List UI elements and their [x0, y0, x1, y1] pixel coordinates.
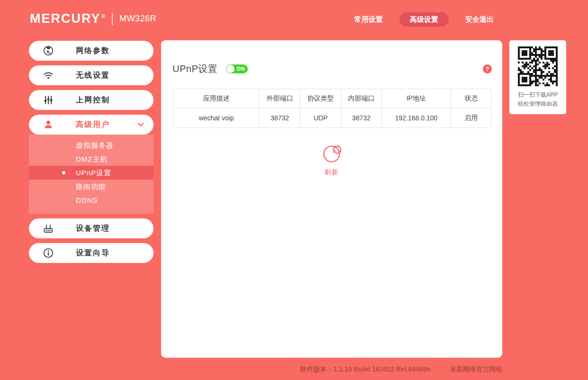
col-header-external-port: 外部端口	[260, 89, 300, 109]
page-title: UPnP设置	[172, 63, 217, 75]
cell-ip-address: 192.168.0.100	[382, 109, 451, 128]
refresh-button[interactable]: 刷新	[161, 145, 502, 177]
table-header-row: 应用描述 外部端口 协议类型 内部端口 IP地址 状态	[173, 89, 492, 109]
sidebar-item-label: 设置向导	[76, 248, 110, 258]
sidebar-item-label: 网络参数	[76, 46, 110, 56]
content-panel: UPnP设置 ON ? 应用描述 外部端口 协议类型 内部端口 IP地址 状态 …	[161, 40, 502, 358]
submenu-item-label: 虚拟服务器	[76, 141, 114, 149]
submenu-item-ddns[interactable]: DDNS	[29, 193, 154, 207]
sidebar-item-wireless-settings[interactable]: 无线设置	[29, 65, 154, 85]
submenu-item-label: DDNS	[76, 196, 98, 204]
sidebar-item-advanced-users[interactable]: 高级用户	[29, 115, 154, 135]
sidebar-item-device-management[interactable]: 设备管理	[29, 218, 154, 238]
cell-app-description: wechat voip	[173, 109, 260, 128]
submenu-item-virtual-server[interactable]: 虚拟服务器	[29, 138, 154, 152]
logo-divider	[112, 13, 113, 25]
active-bullet	[62, 171, 65, 174]
submenu-item-label: DMZ主机	[76, 155, 108, 163]
submenu-item-dmz-host[interactable]: DMZ主机	[29, 152, 154, 166]
sidebar-item-setup-wizard[interactable]: 设置向导	[29, 243, 154, 263]
router-model: MW326R	[119, 14, 156, 24]
sidebar-item-parental-control[interactable]: 上网控制	[29, 90, 154, 110]
upnp-toggle[interactable]: ON	[226, 64, 248, 73]
col-header-app-description: 应用描述	[173, 89, 260, 109]
refresh-label: 刷新	[325, 168, 339, 177]
cell-protocol-type: UDP	[300, 109, 341, 128]
sidebar-item-label: 高级用户	[76, 120, 110, 130]
submenu-item-upnp-settings[interactable]: UPnP设置	[29, 166, 154, 180]
cell-external-port: 38732	[260, 109, 300, 128]
app-download-panel: 扫一扫下载APP 轻松管理路由器	[509, 40, 566, 114]
nav-safe-logout[interactable]: 安全退出	[465, 12, 494, 27]
table-row: wechat voip 38732 UDP 38732 192.168.0.10…	[173, 109, 492, 128]
col-header-ip-address: IP地址	[382, 89, 451, 109]
firmware-version: 软件版本：1.1.10 Build 161012 Rel.69469n	[300, 365, 431, 374]
upnp-mapping-table: 应用描述 外部端口 协议类型 内部端口 IP地址 状态 wechat voip …	[173, 89, 492, 128]
toggle-state-label: ON	[236, 64, 245, 73]
info-icon	[43, 247, 54, 259]
sidebar-item-label: 设备管理	[76, 224, 110, 234]
col-header-status: 状态	[451, 89, 492, 109]
top-navigation: 常用设置 高级设置 安全退出	[354, 12, 494, 27]
help-icon[interactable]: ?	[483, 64, 492, 73]
globe-icon	[43, 45, 54, 56]
sidebar-item-network-params[interactable]: 网络参数	[29, 41, 154, 61]
sidebar-item-label: 无线设置	[76, 71, 110, 81]
brand-logo: MERCURY® MW326R	[30, 11, 156, 26]
registered-mark: ®	[102, 14, 106, 19]
chevron-down-icon	[137, 121, 145, 128]
nav-advanced-settings[interactable]: 高级设置	[399, 12, 449, 27]
wifi-icon	[43, 70, 54, 81]
user-icon	[43, 119, 54, 130]
sliders-icon	[43, 94, 54, 106]
footer: 软件版本：1.1.10 Build 161012 Rel.69469n 水星网络…	[161, 365, 503, 374]
submenu-item-routing-function[interactable]: 路由功能	[29, 180, 154, 193]
qr-caption-line2: 轻松管理路由器	[514, 100, 562, 109]
qr-code	[518, 46, 558, 86]
brand-logo-text: MERCURY®	[30, 11, 106, 26]
sidebar: 网络参数 无线设置 上网控制	[29, 41, 154, 268]
refresh-icon	[322, 145, 341, 165]
submenu-item-label: 路由功能	[76, 182, 106, 190]
sidebar-item-label: 上网控制	[76, 95, 110, 105]
official-site-link[interactable]: 水星网络官方网站	[450, 365, 503, 374]
cell-status: 启用	[451, 109, 492, 128]
qr-caption-line1: 扫一扫下载APP	[514, 90, 562, 100]
cell-internal-port: 38732	[341, 109, 382, 128]
col-header-protocol-type: 协议类型	[300, 89, 341, 109]
advanced-users-submenu: 虚拟服务器 DMZ主机 UPnP设置 路由功能 DDNS	[29, 135, 154, 214]
router-icon	[43, 223, 54, 234]
toggle-knob	[226, 65, 235, 73]
submenu-item-label: UPnP设置	[76, 169, 111, 177]
nav-common-settings[interactable]: 常用设置	[354, 12, 383, 27]
col-header-internal-port: 内部端口	[341, 89, 382, 109]
